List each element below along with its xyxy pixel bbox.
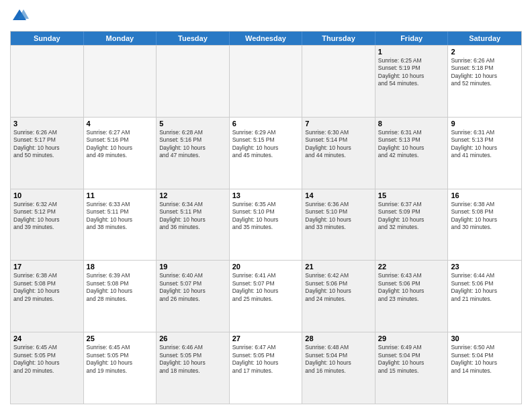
day-number: 9	[451, 120, 519, 128]
cell-info: Sunrise: 6:45 AMSunset: 5:05 PMDaylight:…	[87, 344, 154, 375]
day-number: 12	[159, 191, 226, 199]
day-number: 21	[305, 263, 372, 271]
calendar-cell-day-27: 27Sunrise: 6:47 AMSunset: 5:05 PMDayligh…	[230, 332, 303, 404]
cell-info: Sunrise: 6:42 AMSunset: 5:06 PMDaylight:…	[305, 272, 372, 303]
cell-info: Sunrise: 6:32 AMSunset: 5:12 PMDaylight:…	[13, 201, 81, 232]
calendar-cell-day-20: 20Sunrise: 6:41 AMSunset: 5:07 PMDayligh…	[230, 261, 303, 332]
day-number: 20	[232, 263, 300, 271]
day-number: 6	[232, 120, 300, 128]
calendar-cell-day-10: 10Sunrise: 6:32 AMSunset: 5:12 PMDayligh…	[11, 189, 84, 261]
cell-info: Sunrise: 6:45 AMSunset: 5:05 PMDaylight:…	[13, 344, 81, 375]
cell-info: Sunrise: 6:50 AMSunset: 5:04 PMDaylight:…	[451, 344, 519, 375]
calendar-cell-day-21: 21Sunrise: 6:42 AMSunset: 5:06 PMDayligh…	[302, 261, 375, 332]
cell-info: Sunrise: 6:35 AMSunset: 5:10 PMDaylight:…	[232, 201, 300, 232]
calendar-cell-day-1: 1Sunrise: 6:25 AMSunset: 5:19 PMDaylight…	[375, 46, 449, 117]
cell-info: Sunrise: 6:33 AMSunset: 5:11 PMDaylight:…	[87, 201, 154, 232]
day-number: 28	[305, 334, 372, 342]
weekday-header-wednesday: Wednesday	[230, 32, 303, 45]
calendar-cell-empty	[157, 46, 230, 117]
calendar-cell-empty	[84, 46, 157, 117]
calendar-cell-day-22: 22Sunrise: 6:43 AMSunset: 5:06 PMDayligh…	[375, 261, 449, 332]
cell-info: Sunrise: 6:29 AMSunset: 5:15 PMDaylight:…	[232, 129, 300, 160]
cell-info: Sunrise: 6:39 AMSunset: 5:08 PMDaylight:…	[87, 272, 154, 303]
day-number: 15	[378, 191, 445, 199]
day-number: 14	[305, 191, 372, 199]
weekday-header-tuesday: Tuesday	[157, 32, 230, 45]
calendar-cell-day-11: 11Sunrise: 6:33 AMSunset: 5:11 PMDayligh…	[84, 189, 157, 261]
cell-info: Sunrise: 6:26 AMSunset: 5:18 PMDaylight:…	[451, 57, 519, 88]
calendar-row-4: 24Sunrise: 6:45 AMSunset: 5:05 PMDayligh…	[11, 332, 521, 404]
cell-info: Sunrise: 6:40 AMSunset: 5:07 PMDaylight:…	[159, 272, 226, 303]
header	[10, 7, 522, 26]
day-number: 2	[451, 48, 519, 56]
calendar-cell-day-7: 7Sunrise: 6:30 AMSunset: 5:14 PMDaylight…	[302, 118, 375, 189]
cell-info: Sunrise: 6:49 AMSunset: 5:04 PMDaylight:…	[378, 344, 445, 375]
calendar-cell-day-3: 3Sunrise: 6:26 AMSunset: 5:17 PMDaylight…	[11, 118, 84, 189]
calendar-cell-day-6: 6Sunrise: 6:29 AMSunset: 5:15 PMDaylight…	[230, 118, 303, 189]
day-number: 13	[232, 191, 300, 199]
day-number: 1	[378, 48, 445, 56]
calendar: SundayMondayTuesdayWednesdayThursdayFrid…	[10, 31, 522, 404]
day-number: 19	[159, 263, 226, 271]
day-number: 17	[13, 263, 81, 271]
cell-info: Sunrise: 6:26 AMSunset: 5:17 PMDaylight:…	[13, 129, 81, 160]
day-number: 22	[378, 263, 445, 271]
day-number: 3	[13, 120, 81, 128]
cell-info: Sunrise: 6:38 AMSunset: 5:08 PMDaylight:…	[451, 201, 519, 232]
calendar-row-0: 1Sunrise: 6:25 AMSunset: 5:19 PMDaylight…	[11, 45, 521, 117]
calendar-cell-day-25: 25Sunrise: 6:45 AMSunset: 5:05 PMDayligh…	[84, 332, 157, 404]
calendar-cell-day-5: 5Sunrise: 6:28 AMSunset: 5:16 PMDaylight…	[157, 118, 230, 189]
calendar-cell-empty	[11, 46, 84, 117]
calendar-cell-day-9: 9Sunrise: 6:31 AMSunset: 5:13 PMDaylight…	[448, 118, 521, 189]
page: SundayMondayTuesdayWednesdayThursdayFrid…	[0, 0, 532, 411]
cell-info: Sunrise: 6:44 AMSunset: 5:06 PMDaylight:…	[451, 272, 519, 303]
cell-info: Sunrise: 6:30 AMSunset: 5:14 PMDaylight:…	[305, 129, 372, 160]
day-number: 29	[378, 334, 445, 342]
day-number: 16	[451, 191, 519, 199]
calendar-cell-day-2: 2Sunrise: 6:26 AMSunset: 5:18 PMDaylight…	[448, 46, 521, 117]
weekday-header-monday: Monday	[84, 32, 157, 45]
cell-info: Sunrise: 6:28 AMSunset: 5:16 PMDaylight:…	[159, 129, 226, 160]
day-number: 27	[232, 334, 300, 342]
calendar-cell-day-17: 17Sunrise: 6:38 AMSunset: 5:08 PMDayligh…	[11, 261, 84, 332]
calendar-row-3: 17Sunrise: 6:38 AMSunset: 5:08 PMDayligh…	[11, 260, 521, 332]
calendar-row-1: 3Sunrise: 6:26 AMSunset: 5:17 PMDaylight…	[11, 117, 521, 189]
day-number: 30	[451, 334, 519, 342]
day-number: 7	[305, 120, 372, 128]
calendar-cell-day-13: 13Sunrise: 6:35 AMSunset: 5:10 PMDayligh…	[230, 189, 303, 261]
calendar-header: SundayMondayTuesdayWednesdayThursdayFrid…	[11, 32, 521, 45]
weekday-header-thursday: Thursday	[302, 32, 375, 45]
weekday-header-saturday: Saturday	[448, 32, 521, 45]
calendar-row-2: 10Sunrise: 6:32 AMSunset: 5:12 PMDayligh…	[11, 189, 521, 261]
calendar-cell-day-29: 29Sunrise: 6:49 AMSunset: 5:04 PMDayligh…	[375, 332, 449, 404]
day-number: 10	[13, 191, 81, 199]
calendar-cell-day-16: 16Sunrise: 6:38 AMSunset: 5:08 PMDayligh…	[448, 189, 521, 261]
day-number: 8	[378, 120, 445, 128]
cell-info: Sunrise: 6:34 AMSunset: 5:11 PMDaylight:…	[159, 201, 226, 232]
calendar-cell-day-30: 30Sunrise: 6:50 AMSunset: 5:04 PMDayligh…	[448, 332, 521, 404]
cell-info: Sunrise: 6:43 AMSunset: 5:06 PMDaylight:…	[378, 272, 445, 303]
calendar-cell-day-15: 15Sunrise: 6:37 AMSunset: 5:09 PMDayligh…	[375, 189, 449, 261]
cell-info: Sunrise: 6:48 AMSunset: 5:04 PMDaylight:…	[305, 344, 372, 375]
calendar-cell-day-23: 23Sunrise: 6:44 AMSunset: 5:06 PMDayligh…	[448, 261, 521, 332]
calendar-cell-day-24: 24Sunrise: 6:45 AMSunset: 5:05 PMDayligh…	[11, 332, 84, 404]
weekday-header-sunday: Sunday	[11, 32, 84, 45]
cell-info: Sunrise: 6:36 AMSunset: 5:10 PMDaylight:…	[305, 201, 372, 232]
calendar-cell-empty	[230, 46, 303, 117]
day-number: 11	[87, 191, 154, 199]
calendar-cell-day-18: 18Sunrise: 6:39 AMSunset: 5:08 PMDayligh…	[84, 261, 157, 332]
calendar-cell-day-28: 28Sunrise: 6:48 AMSunset: 5:04 PMDayligh…	[302, 332, 375, 404]
calendar-cell-day-12: 12Sunrise: 6:34 AMSunset: 5:11 PMDayligh…	[157, 189, 230, 261]
cell-info: Sunrise: 6:31 AMSunset: 5:13 PMDaylight:…	[378, 129, 445, 160]
weekday-header-friday: Friday	[375, 32, 449, 45]
day-number: 4	[87, 120, 154, 128]
calendar-cell-day-4: 4Sunrise: 6:27 AMSunset: 5:16 PMDaylight…	[84, 118, 157, 189]
cell-info: Sunrise: 6:37 AMSunset: 5:09 PMDaylight:…	[378, 201, 445, 232]
day-number: 23	[451, 263, 519, 271]
cell-info: Sunrise: 6:38 AMSunset: 5:08 PMDaylight:…	[13, 272, 81, 303]
cell-info: Sunrise: 6:41 AMSunset: 5:07 PMDaylight:…	[232, 272, 300, 303]
calendar-cell-day-26: 26Sunrise: 6:46 AMSunset: 5:05 PMDayligh…	[157, 332, 230, 404]
day-number: 25	[87, 334, 154, 342]
day-number: 24	[13, 334, 81, 342]
cell-info: Sunrise: 6:25 AMSunset: 5:19 PMDaylight:…	[378, 57, 445, 88]
